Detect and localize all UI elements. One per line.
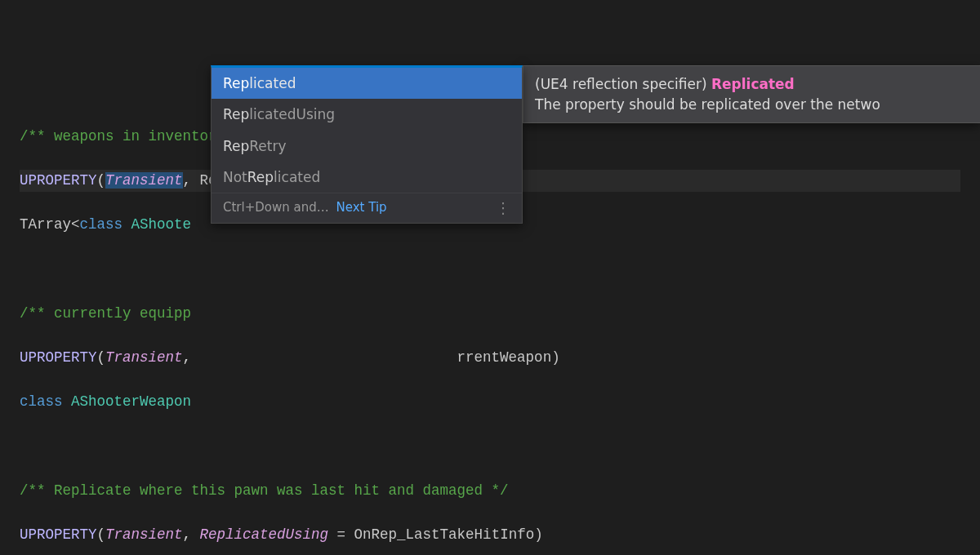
completion-item[interactable]: RepRetry xyxy=(212,131,522,162)
code-comment: /** currently equipp xyxy=(20,305,191,322)
doc-body: The property should be replicated over t… xyxy=(535,95,969,115)
code-text: TArray< xyxy=(20,216,80,233)
selection: Transient xyxy=(105,172,183,189)
next-tip-link[interactable]: Next Tip xyxy=(336,200,387,215)
tip-shortcut: Ctrl+Down and… xyxy=(223,200,329,215)
completion-item[interactable]: ReplicatedUsing xyxy=(212,99,522,130)
completion-item[interactable]: Replicated xyxy=(212,68,522,99)
code-comment: /** Replicate where this pawn was last h… xyxy=(20,482,509,499)
macro: UPROPERTY xyxy=(20,172,97,189)
completion-item[interactable]: NotReplicated xyxy=(212,162,522,193)
doc-title: (UE4 reflection specifier) Replicated xyxy=(535,74,969,95)
doc-tooltip: (UE4 reflection specifier) Replicated Th… xyxy=(523,65,980,123)
autocomplete-popup[interactable]: Replicated ReplicatedUsing RepRetry NotR… xyxy=(211,65,523,224)
completion-tip-bar: Ctrl+Down and… Next Tip ⋮ xyxy=(212,193,522,222)
kebab-icon[interactable]: ⋮ xyxy=(496,205,510,211)
